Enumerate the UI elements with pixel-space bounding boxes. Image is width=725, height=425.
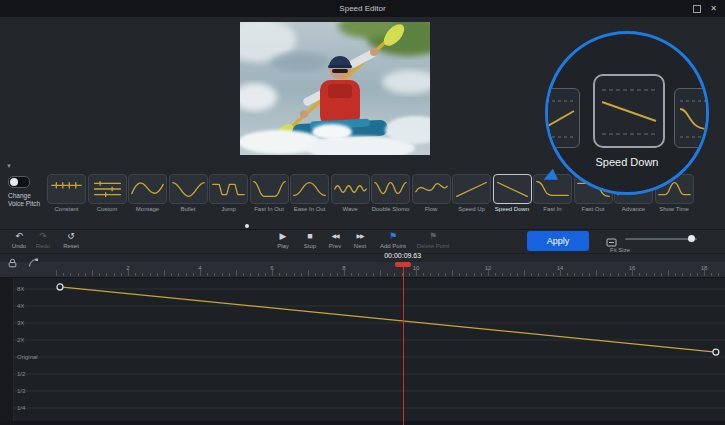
ruler-tick xyxy=(661,273,662,276)
prev-button[interactable]: ◀◀ Prev xyxy=(324,231,346,250)
maximize-icon[interactable] xyxy=(693,5,701,13)
speed-graph[interactable]: 8X4X3X2XOriginal1/21/31/4 xyxy=(0,278,725,425)
titlebar: Speed Editor ✕ xyxy=(0,0,725,17)
timeline-ruler[interactable]: 24681012141618 xyxy=(0,262,725,278)
preset-label: Fast In Out xyxy=(250,206,289,212)
ruler-tick xyxy=(718,273,719,276)
preset-thumbnail xyxy=(88,174,127,204)
presets-scroll-indicator[interactable] xyxy=(245,224,249,228)
preset-label: Custom xyxy=(88,206,127,212)
ruler-tick xyxy=(639,273,640,276)
close-icon[interactable]: ✕ xyxy=(710,5,717,13)
ruler-tick xyxy=(193,273,194,276)
stop-button[interactable]: ■ Stop xyxy=(298,231,322,250)
ruler-tick xyxy=(214,273,215,276)
lock-icon[interactable] xyxy=(8,254,17,272)
ruler-number: 12 xyxy=(478,265,498,271)
ruler-tick xyxy=(243,273,244,276)
ruler-tick xyxy=(409,273,410,276)
preset-speed-down[interactable]: Speed Down xyxy=(493,174,532,212)
preset-speed-up[interactable]: Speed Up xyxy=(452,174,491,212)
prev-label: Prev xyxy=(324,242,346,250)
ruler-tick xyxy=(690,273,691,276)
ruler-tick xyxy=(286,273,287,276)
ruler-tick xyxy=(229,273,230,276)
speed-scale-label: 3X xyxy=(17,320,24,326)
preset-thumbnail xyxy=(371,174,410,204)
preset-ease-in-out[interactable]: Ease In Out xyxy=(290,174,329,212)
preset-thumbnail xyxy=(290,174,329,204)
curve-endpoint[interactable] xyxy=(57,284,63,290)
speed-scale-label: 2X xyxy=(17,337,24,343)
ruler-tick xyxy=(625,273,626,276)
undo-label: Undo xyxy=(6,242,32,250)
ruler-tick xyxy=(351,273,352,276)
add-point-button[interactable]: ⚑ Add Point xyxy=(376,231,410,250)
magnifier-label: Speed Down xyxy=(548,156,706,168)
delete-point-button[interactable]: ⚑ Delete Point xyxy=(412,231,454,250)
preset-thumbnail xyxy=(250,174,289,204)
ruler-tick xyxy=(373,273,374,276)
toggle-knob xyxy=(10,178,18,186)
ruler-tick xyxy=(258,273,259,276)
preset-constant[interactable]: Constant xyxy=(47,174,86,212)
fit-size-slider-knob[interactable] xyxy=(688,235,695,242)
fit-size-slider[interactable] xyxy=(625,238,697,240)
preset-flow[interactable]: Flow xyxy=(412,174,451,212)
ruler-tick xyxy=(186,273,187,276)
redo-button[interactable]: ↷ Redo xyxy=(30,231,56,250)
speed-scale-label: 1/2 xyxy=(17,371,25,377)
ruler-tick xyxy=(459,273,460,276)
preset-label: Flow xyxy=(412,206,451,212)
preset-jump[interactable]: Jump xyxy=(209,174,248,212)
ruler-tick xyxy=(63,273,64,276)
ruler-tick xyxy=(250,273,251,276)
preset-fast-in-out[interactable]: Fast In Out xyxy=(250,174,289,212)
ruler-tick xyxy=(394,273,395,276)
speed-editor-window: Speed Editor ✕ xyxy=(0,0,725,425)
curve-endpoint[interactable] xyxy=(713,349,719,355)
ruler-tick xyxy=(474,273,475,276)
ruler-tick xyxy=(222,273,223,276)
magnified-speed-down-preset[interactable] xyxy=(593,74,665,148)
collapse-arrow-icon[interactable]: ▼ xyxy=(6,163,12,169)
playhead-line[interactable] xyxy=(403,262,404,425)
curve-mode-icon[interactable] xyxy=(28,254,39,272)
ruler-tick xyxy=(610,273,611,276)
preset-thumbnail xyxy=(128,174,167,204)
preset-wave[interactable]: Wave xyxy=(331,174,370,212)
add-point-flag-icon: ⚑ xyxy=(376,231,410,242)
ruler-tick xyxy=(322,273,323,276)
apply-button[interactable]: Apply xyxy=(527,231,589,251)
ruler-tick xyxy=(279,273,280,276)
redo-icon: ↷ xyxy=(30,231,56,242)
magnified-prev-preset xyxy=(545,88,580,148)
ruler-tick xyxy=(294,273,295,276)
preset-thumbnail xyxy=(493,174,532,204)
speed-curve[interactable] xyxy=(0,278,725,425)
undo-button[interactable]: ↶ Undo xyxy=(6,231,32,250)
ruler-number: 4 xyxy=(190,265,210,271)
preset-label: Constant xyxy=(47,206,86,212)
voice-pitch-toggle[interactable] xyxy=(8,176,30,188)
preset-thumbnail xyxy=(452,174,491,204)
next-button[interactable]: ▶▶ Next xyxy=(349,231,371,250)
ruler-tick xyxy=(589,273,590,276)
stop-icon: ■ xyxy=(298,231,322,242)
reset-button[interactable]: ↺ Reset xyxy=(58,231,84,250)
preset-double-slomo[interactable]: Double Slomo xyxy=(371,174,410,212)
ruler-tick xyxy=(301,273,302,276)
undo-icon: ↶ xyxy=(6,231,32,242)
ruler-tick xyxy=(438,273,439,276)
ruler-tick xyxy=(481,273,482,276)
play-button[interactable]: ▶ Play xyxy=(271,231,295,250)
preset-custom[interactable]: Custom xyxy=(88,174,127,212)
preset-montage[interactable]: Montage xyxy=(128,174,167,212)
ruler-number: 2 xyxy=(118,265,138,271)
playhead-handle[interactable] xyxy=(395,262,411,267)
graph-left-strip xyxy=(0,278,14,425)
preset-bullet[interactable]: Bullet xyxy=(169,174,208,212)
ruler-number: 6 xyxy=(262,265,282,271)
reset-label: Reset xyxy=(58,242,84,250)
speed-scale-label: 1/3 xyxy=(17,388,25,394)
